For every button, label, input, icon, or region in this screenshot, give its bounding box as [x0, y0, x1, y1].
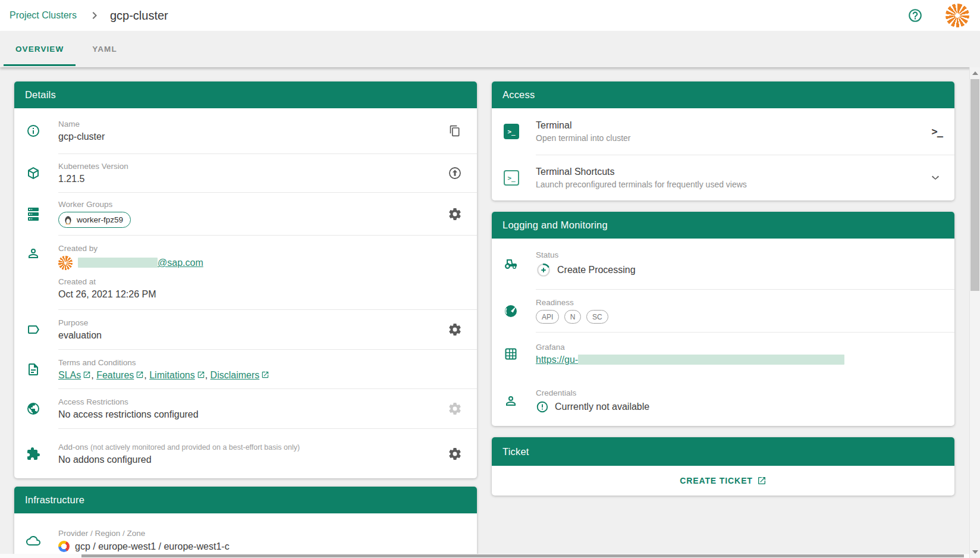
status-row: Status Create Processing — [492, 239, 954, 289]
kubernetes-version-label: Kubernetes Version — [58, 162, 445, 171]
created-by-redacted-name — [78, 258, 158, 268]
terminal-shortcuts-subtitle: Launch preconfigured terminals for frequ… — [536, 180, 928, 189]
external-link-icon — [757, 476, 767, 485]
terminal-title: Terminal — [536, 120, 932, 131]
gear-icon[interactable] — [445, 447, 465, 461]
provider-label: Provider / Region / Zone — [58, 529, 465, 538]
external-link-icon — [83, 371, 91, 379]
left-column: Details Name gcp-cluster K — [14, 81, 477, 558]
external-link-icon — [197, 371, 205, 379]
app-header: Project Clusters gcp-cluster — [0, 0, 980, 31]
gear-icon[interactable] — [445, 207, 465, 221]
help-icon[interactable] — [907, 8, 923, 23]
cube-icon — [26, 166, 58, 180]
gcp-logo-icon — [58, 541, 70, 552]
separator: , — [144, 370, 146, 380]
link-slas[interactable]: SLAs — [58, 370, 81, 380]
terminal-subtitle: Open terminal into cluster — [536, 133, 932, 143]
puzzle-icon — [26, 447, 58, 461]
gear-icon[interactable] — [445, 322, 465, 337]
created-at-label: Created at — [58, 277, 445, 286]
horizontal-scrollbar[interactable] — [0, 554, 969, 558]
document-icon — [26, 362, 58, 377]
chevron-down-icon[interactable] — [928, 171, 943, 185]
right-column: Access >_ Terminal Open terminal into cl… — [492, 81, 954, 558]
scroll-down-arrow-icon[interactable] — [972, 550, 978, 554]
credentials-label: Credentials — [536, 388, 943, 397]
main-content: Details Name gcp-cluster K — [0, 67, 980, 558]
worker-group-chip[interactable]: worker-fpz59 — [58, 212, 131, 228]
credentials-value: Currently not available — [555, 402, 649, 412]
details-row-kubernetes-version: Kubernetes Version 1.21.5 — [14, 154, 477, 192]
tab-yaml[interactable]: YAML — [86, 31, 122, 67]
penguin-icon — [63, 215, 73, 225]
infrastructure-card-header: Infrastructure — [14, 487, 477, 513]
access-restrictions-value: No access restrictions configured — [58, 409, 445, 420]
access-card-header: Access — [492, 81, 954, 108]
details-row-created: Created by @sap.com Created at Oct 26, 2… — [14, 236, 477, 309]
tag-icon — [26, 322, 58, 337]
created-by-label: Created by — [58, 244, 445, 253]
terminal-shortcuts-row[interactable]: >_ Terminal Shortcuts Launch preconfigur… — [492, 155, 954, 200]
tab-overview[interactable]: OVERVIEW — [10, 31, 70, 67]
details-row-purpose: Purpose evaluation — [14, 310, 477, 349]
details-row-access-restrictions: Access Restrictions No access restrictio… — [14, 389, 477, 428]
gauge-icon — [504, 304, 536, 318]
credentials-row: Credentials Currently not available — [492, 375, 954, 426]
worker-groups-label: Worker Groups — [58, 200, 445, 209]
terminal-shortcuts-title: Terminal Shortcuts — [536, 167, 928, 177]
link-features[interactable]: Features — [96, 370, 134, 380]
details-row-terms: Terms and Conditions SLAs, Features, Lim… — [14, 350, 477, 388]
access-card: Access >_ Terminal Open terminal into cl… — [492, 81, 954, 200]
addons-value: No addons configured — [58, 454, 445, 465]
details-card-header: Details — [14, 81, 477, 108]
gear-icon-disabled — [445, 402, 465, 416]
infrastructure-row-provider: Provider / Region / Zone gcp / europe-we… — [14, 513, 477, 558]
status-label: Status — [536, 250, 943, 259]
logging-monitoring-card: Logging and Monitoring Status Create Pro… — [492, 212, 954, 426]
link-disclaimers[interactable]: Disclaimers — [211, 370, 260, 380]
readiness-chip-sc: SC — [586, 310, 608, 324]
details-row-name: Name gcp-cluster — [14, 108, 477, 153]
terminal-icon: >_ — [504, 124, 536, 139]
account-icon — [504, 394, 536, 408]
status-value: Create Processing — [557, 265, 636, 275]
info-icon — [26, 124, 58, 138]
create-ticket-label: CREATE TICKET — [680, 476, 753, 485]
scroll-up-arrow-icon[interactable] — [972, 71, 978, 75]
details-row-addons: Add-ons (not actively monitored and prov… — [14, 429, 477, 478]
terminal-row[interactable]: >_ Terminal Open terminal into cluster >… — [492, 108, 954, 155]
worker-group-chip-label: worker-fpz59 — [77, 215, 123, 224]
copy-icon[interactable] — [445, 125, 465, 137]
link-limitations[interactable]: Limitations — [149, 370, 194, 380]
purpose-value: evaluation — [58, 330, 445, 341]
globe-icon — [26, 402, 58, 416]
upgrade-icon[interactable] — [445, 166, 465, 180]
details-row-worker-groups: Worker Groups worker-fpz59 — [14, 193, 477, 235]
grafana-row: Grafana https://gu- — [492, 333, 954, 375]
readiness-row: Readiness API N SC — [492, 290, 954, 332]
grafana-label: Grafana — [536, 343, 943, 352]
separator: , — [91, 370, 93, 380]
progress-create-icon — [536, 262, 551, 278]
vertical-scrollbar-thumb[interactable] — [970, 79, 979, 291]
horizontal-scrollbar-thumb[interactable] — [81, 554, 964, 557]
vertical-scrollbar[interactable] — [969, 67, 980, 558]
tractor-icon — [504, 257, 536, 271]
open-terminal-button[interactable]: >_ — [932, 126, 943, 137]
external-link-icon — [136, 371, 144, 379]
cloud-icon — [26, 534, 58, 548]
breadcrumb-project-clusters[interactable]: Project Clusters — [10, 10, 77, 21]
external-link-icon — [261, 371, 269, 379]
grafana-link[interactable]: https://gu- — [536, 355, 578, 365]
grafana-redacted-url — [578, 355, 844, 365]
created-by-email-link[interactable]: @sap.com — [158, 258, 203, 268]
create-ticket-button[interactable]: CREATE TICKET — [673, 471, 774, 490]
kubernetes-version-value: 1.21.5 — [58, 174, 445, 184]
created-at-value: Oct 26, 2021 12:26 PM — [58, 289, 445, 300]
addons-label: Add-ons — [58, 443, 88, 452]
terms-label: Terms and Conditions — [58, 358, 465, 367]
page-title: gcp-cluster — [110, 9, 168, 23]
infrastructure-card: Infrastructure Provider / Region / Zone … — [14, 487, 477, 558]
user-avatar[interactable] — [946, 4, 969, 27]
